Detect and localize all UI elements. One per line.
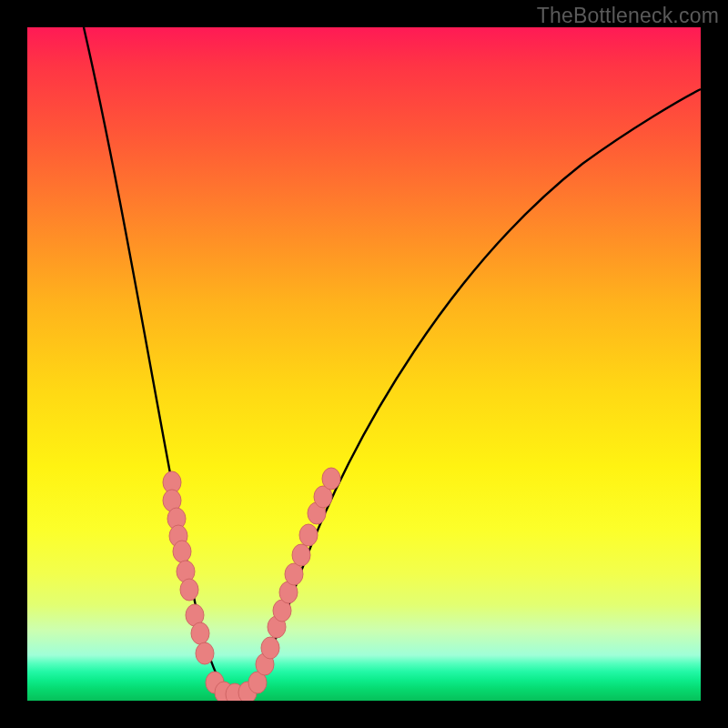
bottleneck-curve: [84, 27, 701, 696]
scatter-dot: [180, 579, 198, 601]
scatter-dot: [299, 524, 318, 546]
scatter-dot: [196, 642, 214, 664]
scatter-dots: [163, 468, 340, 701]
plot-area: [27, 27, 701, 701]
watermark-text: TheBottleneck.com: [537, 4, 719, 28]
scatter-dot: [285, 563, 303, 585]
chart-frame: TheBottleneck.com: [0, 0, 728, 728]
scatter-dot: [292, 544, 310, 566]
scatter-dot: [191, 622, 209, 644]
scatter-dot: [261, 637, 279, 659]
chart-svg: [27, 27, 701, 701]
scatter-dot: [173, 541, 191, 562]
scatter-dot: [322, 468, 340, 490]
